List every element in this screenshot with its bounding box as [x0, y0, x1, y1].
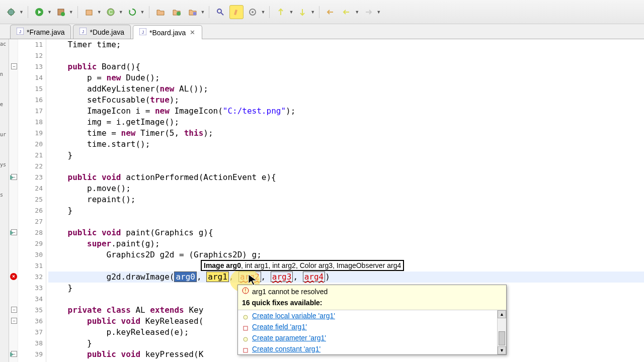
- svg-point-22: [244, 337, 248, 341]
- code-line[interactable]: [48, 216, 644, 227]
- scroll-down-icon[interactable]: ▼: [498, 346, 506, 354]
- run-icon[interactable]: [32, 5, 46, 19]
- code-line[interactable]: addKeyListener(new AL());: [48, 83, 644, 95]
- parameter-hint-tooltip: Image arg0, int arg1, int arg2, Color ar…: [201, 260, 404, 271]
- code-line[interactable]: public void paint(Graphics g){: [48, 227, 644, 238]
- highlight-icon[interactable]: [229, 5, 244, 19]
- svg-point-9: [217, 9, 221, 13]
- code-line[interactable]: [48, 50, 644, 61]
- quickfix-error-header: ! arg1 cannot be resolved: [238, 285, 506, 298]
- code-line[interactable]: time = new Timer(5, this);: [48, 128, 644, 139]
- quickfix-label: Create constant 'arg1': [252, 345, 320, 353]
- quickfix-item[interactable]: Create parameter 'arg1': [238, 332, 497, 343]
- scrollbar[interactable]: ▲ ▼: [497, 310, 506, 354]
- fold-toggle-icon[interactable]: −: [11, 63, 17, 69]
- error-marker-icon[interactable]: ×: [10, 273, 17, 280]
- code-area[interactable]: Timer time; public Board(){ p = new Dude…: [46, 39, 644, 362]
- svg-point-7: [177, 12, 181, 16]
- svg-point-20: [244, 315, 248, 319]
- open-type-icon[interactable]: [170, 5, 184, 19]
- code-line[interactable]: repaint();: [48, 194, 644, 205]
- java-file-icon: J: [79, 28, 87, 36]
- java-file-icon: J: [17, 28, 24, 36]
- quickfix-popup: ! arg1 cannot be resolved 16 quick fixes…: [237, 285, 507, 355]
- override-marker-icon: [10, 352, 14, 357]
- line-number-gutter: 111213−14151617181920212223−2425262728−2…: [18, 39, 46, 362]
- code-line[interactable]: public void actionPerformed(ActionEvent …: [48, 172, 644, 183]
- code-line[interactable]: ImageIcon i = new ImageIcon("C:/test.png…: [48, 106, 644, 117]
- error-bulb-icon: !: [242, 287, 249, 296]
- code-line[interactable]: time.start();: [48, 139, 644, 150]
- quickfix-label: Create field 'arg1': [252, 323, 307, 331]
- quickfix-subheader: 16 quick fixes available:: [238, 298, 506, 310]
- code-line[interactable]: setFocusable(true);: [48, 95, 644, 106]
- red-square-icon: [243, 324, 248, 329]
- code-line[interactable]: Graphics2D g2d = (Graphics2D) g;: [48, 249, 644, 260]
- param-hint-active: Image arg0: [204, 261, 241, 269]
- lightbulb-icon: [243, 313, 248, 318]
- svg-text:J: J: [19, 29, 22, 34]
- annotation-icon[interactable]: [246, 5, 260, 19]
- scroll-up-icon[interactable]: ▲: [498, 310, 506, 318]
- svg-rect-23: [244, 348, 248, 352]
- prev-annotation-icon[interactable]: [274, 5, 288, 19]
- new-class-icon[interactable]: C: [104, 5, 118, 19]
- code-line[interactable]: }: [48, 205, 644, 216]
- quickfix-list: ▲ ▼ Create local variable 'arg1'Create f…: [238, 310, 506, 354]
- next-annotation-icon[interactable]: [295, 5, 309, 19]
- sidebar-fragment: acneuryss: [0, 39, 9, 362]
- fold-toggle-icon[interactable]: −: [11, 318, 17, 324]
- red-square-icon: [243, 346, 248, 351]
- tab-dude[interactable]: J *Dude.java: [73, 25, 131, 39]
- code-line[interactable]: }: [48, 150, 644, 161]
- code-editor: acneuryss 111213−14151617181920212223−24…: [0, 39, 644, 362]
- code-line[interactable]: p.move();: [48, 183, 644, 194]
- fold-toggle-icon[interactable]: −: [11, 307, 17, 313]
- bug-config-icon[interactable]: [4, 5, 18, 19]
- quickfix-item[interactable]: Create local variable 'arg1': [238, 310, 497, 321]
- tab-board[interactable]: J *Board.java ✕: [133, 25, 202, 39]
- fold-column: [9, 39, 18, 362]
- svg-text:!: !: [245, 288, 247, 294]
- quickfix-error-text: arg1 cannot be resolved: [252, 288, 328, 296]
- svg-rect-8: [193, 12, 196, 15]
- open-folder-icon[interactable]: [153, 5, 168, 19]
- code-line[interactable]: img = i.getImage();: [48, 117, 644, 128]
- quickfix-label: Create parameter 'arg1': [252, 334, 326, 342]
- code-line[interactable]: p = new Dude();: [48, 72, 644, 83]
- search-icon[interactable]: [213, 5, 227, 19]
- quickfix-item[interactable]: Create field 'arg1': [238, 321, 497, 332]
- last-edit-icon[interactable]: [324, 5, 338, 19]
- refresh-icon[interactable]: [125, 5, 139, 19]
- back-icon[interactable]: [340, 5, 354, 19]
- tab-label: *Dude.java: [90, 28, 124, 36]
- tab-label: *Board.java: [149, 29, 186, 37]
- code-line[interactable]: g2d.drawImage(arg0, arg1, arg2, arg3, ar…: [48, 272, 644, 283]
- svg-rect-21: [244, 326, 248, 330]
- svg-text:J: J: [142, 30, 144, 35]
- java-file-icon: J: [139, 28, 146, 37]
- svg-rect-4: [86, 10, 92, 15]
- quickfix-label: Create local variable 'arg1': [252, 312, 335, 320]
- code-line[interactable]: [48, 161, 644, 172]
- open-task-icon[interactable]: [186, 5, 200, 19]
- code-line[interactable]: Timer time;: [48, 39, 644, 50]
- override-marker-icon: [10, 175, 14, 180]
- override-marker-icon: [10, 230, 14, 235]
- ext-tools-icon[interactable]: [54, 5, 68, 19]
- close-icon[interactable]: ✕: [189, 29, 196, 36]
- tab-frame[interactable]: J *Frame.java: [10, 25, 71, 39]
- code-line[interactable]: super.paint(g);: [48, 238, 644, 249]
- svg-point-0: [8, 9, 14, 15]
- forward-icon[interactable]: [361, 5, 375, 19]
- svg-text:J: J: [82, 29, 85, 34]
- scroll-thumb[interactable]: [499, 331, 505, 345]
- svg-text:C: C: [109, 10, 112, 15]
- new-package-icon[interactable]: [82, 5, 96, 19]
- tab-label: *Frame.java: [27, 28, 64, 36]
- editor-tabs: J *Frame.java J *Dude.java J *Board.java…: [0, 24, 644, 39]
- lightbulb-icon: [243, 335, 248, 340]
- svg-point-11: [252, 11, 254, 13]
- code-line[interactable]: public Board(){: [48, 61, 644, 72]
- quickfix-item[interactable]: Create constant 'arg1': [238, 343, 497, 354]
